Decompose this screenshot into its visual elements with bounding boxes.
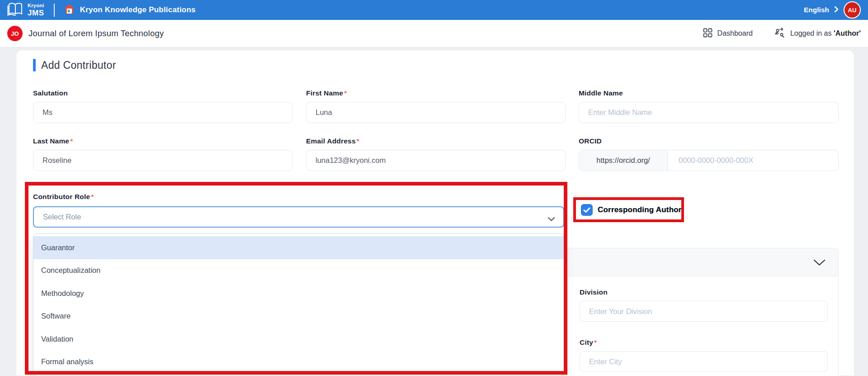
topbar-right: English AU <box>804 1 861 19</box>
corresponding-author-checkbox[interactable] <box>581 204 593 216</box>
corresponding-author-label: Corresponding Author <box>598 205 682 214</box>
journal-badge: JO <box>7 26 23 41</box>
logged-in-text: Logged in as 'Author' <box>790 29 861 38</box>
required-asterisk: * <box>357 137 359 145</box>
email-label: Email Address* <box>306 137 566 145</box>
middle-name-label-text: Middle Name <box>579 89 623 97</box>
middle-name-label: Middle Name <box>579 89 839 97</box>
contributor-role-select[interactable]: Select Role <box>33 206 564 228</box>
middle-name-input[interactable] <box>579 102 839 123</box>
contributor-role-field: Contributor Role* <box>33 193 564 201</box>
division-label-text: Division <box>580 288 608 296</box>
orcid-input[interactable] <box>668 150 838 171</box>
dropdown-option-conceptualization[interactable]: Conceptualization <box>33 259 564 282</box>
last-name-label-text: Last Name <box>33 137 69 145</box>
logo-brand: Kryoni <box>28 3 44 8</box>
top-app-bar: Kryoni JMS Kryon Knowledge Publications … <box>0 0 868 20</box>
logged-in-prefix: Logged in as <box>790 29 834 37</box>
corresponding-author-group-overlay: Corresponding Author <box>581 204 682 216</box>
last-name-label: Last Name* <box>33 137 292 145</box>
journal-bar: JO Journal of Lorem Ipsum Technology Das… <box>0 20 868 48</box>
page-title-row: Add Contributor <box>33 59 116 71</box>
switch-user-icon <box>774 27 785 40</box>
site-title: Kryon Knowledge Publications <box>80 5 196 14</box>
middle-name-field: Middle Name <box>579 89 839 123</box>
orcid-label-text: ORCID <box>579 137 602 145</box>
orcid-url-prefix: https://orcid.org/ <box>579 150 668 171</box>
required-asterisk: * <box>344 89 347 97</box>
accordion-header[interactable] <box>568 248 839 276</box>
salutation-label-text: Salutation <box>33 89 68 97</box>
journal-bar-right: Dashboard Logged in as 'Author' <box>703 27 861 40</box>
title-accent-bar <box>33 59 36 71</box>
orcid-label: ORCID <box>579 137 839 145</box>
contributor-role-dropdown-menu: Guarantor Conceptualization Methodology … <box>33 233 564 376</box>
dashboard-grid-icon <box>703 28 712 39</box>
first-name-label-text: First Name <box>306 89 343 97</box>
contributor-role-label-text: Contributor Role <box>33 193 90 200</box>
dropdown-option-guarantor[interactable]: Guarantor <box>33 236 564 259</box>
required-asterisk: * <box>91 193 94 200</box>
orcid-input-group: https://orcid.org/ <box>579 150 839 171</box>
email-field: Email Address* <box>306 137 566 171</box>
required-asterisk: * <box>594 338 597 346</box>
screen: Kryoni JMS Kryon Knowledge Publications … <box>0 0 868 376</box>
select-role-placeholder: Select Role <box>43 213 81 221</box>
city-field: City* <box>580 338 828 372</box>
division-field: Division <box>580 288 828 322</box>
city-label-text: City <box>580 338 593 346</box>
division-input[interactable] <box>580 301 828 322</box>
dropdown-option-validation[interactable]: Validation <box>33 328 564 351</box>
city-input[interactable] <box>580 351 828 372</box>
last-name-input[interactable] <box>33 150 292 171</box>
logo-product: JMS <box>28 9 44 17</box>
salutation-field: Salutation <box>33 89 292 123</box>
first-name-input[interactable] <box>306 102 566 123</box>
email-input[interactable] <box>306 150 566 171</box>
language-selector[interactable]: English <box>804 6 829 14</box>
topbar-divider <box>54 4 55 17</box>
page-title: Add Contributor <box>41 59 116 71</box>
logged-in-status[interactable]: Logged in as 'Author' <box>774 27 861 40</box>
chevron-down-icon[interactable] <box>813 259 826 268</box>
dashboard-label: Dashboard <box>717 29 753 38</box>
first-name-label: First Name* <box>306 89 566 97</box>
chevron-right-icon[interactable] <box>834 6 839 14</box>
orcid-field: ORCID https://orcid.org/ <box>579 137 839 171</box>
logged-in-role: 'Author' <box>834 29 861 37</box>
user-avatar[interactable]: AU <box>844 1 861 19</box>
app-logo-text: Kryoni JMS <box>28 3 44 17</box>
salutation-input[interactable] <box>33 102 292 123</box>
dropdown-option-software[interactable]: Software <box>33 305 564 328</box>
email-label-text: Email Address <box>306 137 356 145</box>
first-name-field: First Name* <box>306 89 566 123</box>
required-asterisk: * <box>70 137 73 145</box>
open-book-logo-icon <box>7 2 24 18</box>
dropdown-option-methodology[interactable]: Methodology <box>33 282 564 305</box>
home-icon[interactable] <box>64 4 75 16</box>
city-label: City* <box>580 338 828 347</box>
app-logo[interactable]: Kryoni JMS <box>7 2 44 18</box>
last-name-field: Last Name* <box>33 137 292 171</box>
dropdown-option-formal-analysis[interactable]: Formal analysis <box>33 351 564 374</box>
salutation-label: Salutation <box>33 89 292 97</box>
journal-title: Journal of Lorem Ipsum Technology <box>28 29 164 38</box>
dashboard-link[interactable]: Dashboard <box>703 28 753 39</box>
contributor-role-label: Contributor Role* <box>33 193 564 201</box>
division-label: Division <box>580 288 828 296</box>
chevron-down-icon <box>547 215 555 224</box>
